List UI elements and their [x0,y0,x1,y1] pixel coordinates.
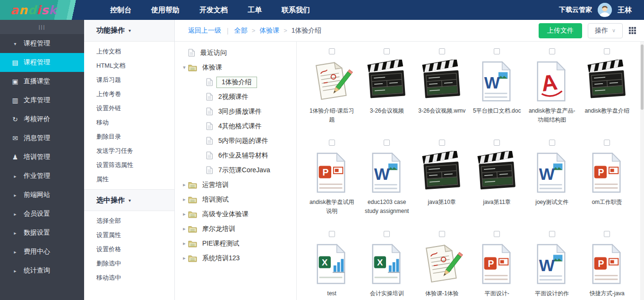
file-item-11[interactable]: Wjoey测试文件 [524,140,580,231]
file-item-18[interactable]: P快捷方式-java [580,231,635,300]
file-checkbox[interactable] [494,48,500,54]
ops-item[interactable]: HTML文档 [84,59,174,73]
tree-item-3[interactable]: 1体验介绍 [175,75,296,89]
ops-item[interactable]: 上传考卷 [84,87,174,101]
action-dropdown-button[interactable]: 操作 ∨ [588,23,623,38]
file-item-6[interactable]: andisk教学盘介绍 [580,48,635,140]
file-checkbox[interactable] [494,231,500,237]
tree-item-8[interactable]: 6作业及辅导材料 [175,148,296,163]
ops-section-header[interactable]: 功能操作▾ [84,20,174,42]
sidebar-item-3[interactable]: ▣直播课堂 [0,72,84,91]
ops-section-header[interactable]: 选中操作▾ [84,189,174,211]
ops-item[interactable]: 上传文档 [84,44,174,59]
download-cloud-manager-link[interactable]: 下载云管家 [559,6,592,14]
user-avatar[interactable] [598,3,612,17]
back-link[interactable]: 返回上一级 [188,26,221,35]
file-item-9[interactable]: java第10章 [414,140,470,231]
tree-item-13[interactable]: ▸摩尔龙培训 [175,221,296,236]
ops-item[interactable]: 课后习题 [84,73,174,87]
file-item-13[interactable]: Xtest [304,231,360,300]
breadcrumb-item[interactable]: 全部 [234,26,248,35]
file-checkbox[interactable] [329,48,335,54]
file-checkbox[interactable] [549,48,555,54]
top-nav-item-1[interactable]: 控制台 [100,0,141,20]
tree-item-10[interactable]: ▸运营培训 [175,177,296,192]
tree-item-12[interactable]: ▸高级专业体验课 [175,207,296,221]
sidebar-collapse-toggle[interactable]: ||| [0,20,84,34]
tree-item-9[interactable]: 7示范课CoreJava [175,163,296,177]
file-item-17[interactable]: W平面设计的作 [524,231,580,300]
tree-item-2[interactable]: ▾体验课 [175,60,296,75]
file-item-2[interactable]: 3-26会议视频 [360,48,415,140]
file-checkbox[interactable] [549,140,555,146]
file-checkbox[interactable] [329,140,335,146]
file-checkbox[interactable] [439,48,445,54]
sidebar-item-4[interactable]: ▥文库管理 [0,91,84,110]
file-checkbox[interactable] [604,48,610,54]
file-checkbox[interactable] [384,231,390,237]
ops-item[interactable]: 移动 [84,115,174,130]
file-checkbox[interactable] [604,231,610,237]
file-checkbox[interactable] [384,48,390,54]
sidebar-item-13[interactable]: ▸统计查询 [0,261,84,280]
tree-item-7[interactable]: 5内带问题的课件 [175,133,296,148]
file-item-15[interactable]: 体验课-1体验 [414,231,470,300]
tree-item-14[interactable]: ▸PIE课程测试 [175,236,296,251]
scrollbar[interactable] [640,42,644,300]
ops-item[interactable]: 移动选中 [84,271,174,285]
ops-item[interactable]: 选择全部 [84,214,174,228]
file-checkbox[interactable] [604,140,610,146]
scrollbar-thumb[interactable] [641,44,644,110]
top-nav-item-5[interactable]: 联系我们 [272,0,320,20]
sidebar-item-10[interactable]: ▸会员设置 [0,204,84,223]
file-checkbox[interactable] [439,140,445,146]
file-item-8[interactable]: Weduc1203 case study assignment [360,140,415,231]
ops-item[interactable]: 设置外链 [84,101,174,115]
sidebar-item-2[interactable]: ▤课程管理 [0,53,84,72]
file-checkbox[interactable] [329,231,335,237]
file-checkbox[interactable] [439,231,445,237]
ops-item[interactable]: 删除目录 [84,130,174,144]
file-item-4[interactable]: W5平台接口文档.doc [470,48,525,140]
tree-item-5[interactable]: 3同步播放课件 [175,104,296,119]
top-nav-item-2[interactable]: 使用帮助 [141,0,189,20]
tree-item-1[interactable]: 最近访问 [175,45,296,60]
file-item-1[interactable]: 1体验介绍-课后习题 [304,48,360,140]
username[interactable]: 王林 [618,6,632,15]
tree-item-11[interactable]: ▸培训测试 [175,192,296,207]
ops-item[interactable]: 设置属性 [84,228,174,242]
file-item-7[interactable]: Pandisk教学盘试用说明 [304,140,360,231]
top-nav-item-4[interactable]: 工单 [238,0,272,20]
grid-view-icon[interactable] [628,26,636,35]
top-nav-item-3[interactable]: 开发文档 [189,0,238,20]
file-checkbox[interactable] [549,231,555,237]
file-checkbox[interactable] [384,140,390,146]
file-checkbox[interactable] [494,140,500,146]
sidebar-item-8[interactable]: ▸作业管理 [0,167,84,185]
file-item-12[interactable]: Pom工作职责 [580,140,635,231]
sidebar-item-9[interactable]: ▸前端网站 [0,185,84,204]
file-item-10[interactable]: java第11章 [470,140,525,231]
andisk-logo[interactable]: andisk [10,3,57,17]
tree-item-15[interactable]: ▸系统培训123 [175,251,296,265]
file-item-16[interactable]: P平面设计- [470,231,525,300]
sidebar-item-5[interactable]: ↻考核评价 [0,110,84,129]
ops-item[interactable]: 属性 [84,172,174,186]
file-item-5[interactable]: Aandisk教学盘产品-功能结构图 [524,48,580,140]
ops-item[interactable]: 设置筛选属性 [84,158,174,172]
people-icon: ♟ [11,153,19,161]
tree-item-6[interactable]: 4其他格式课件 [175,119,296,133]
sidebar-item-7[interactable]: ♟培训管理 [0,148,84,167]
file-item-3[interactable]: 3-26会议视频.wmv [414,48,470,140]
breadcrumb-item[interactable]: 体验课 [259,26,279,35]
sidebar-item-12[interactable]: ▸费用中心 [0,242,84,261]
ops-item[interactable]: 删除选中 [84,256,174,271]
sidebar-item-11[interactable]: ▸数据设置 [0,223,84,242]
ops-item[interactable]: 设置价格 [84,242,174,256]
upload-file-button[interactable]: 上传文件 [539,23,582,38]
tree-item-4[interactable]: 2视频课件 [175,89,296,104]
ops-item[interactable]: 发送学习任务 [84,144,174,158]
sidebar-item-1[interactable]: ▾课程管理 [0,34,84,53]
sidebar-item-6[interactable]: ✉消息管理 [0,129,84,148]
file-item-14[interactable]: X会计实操培训 [360,231,415,300]
